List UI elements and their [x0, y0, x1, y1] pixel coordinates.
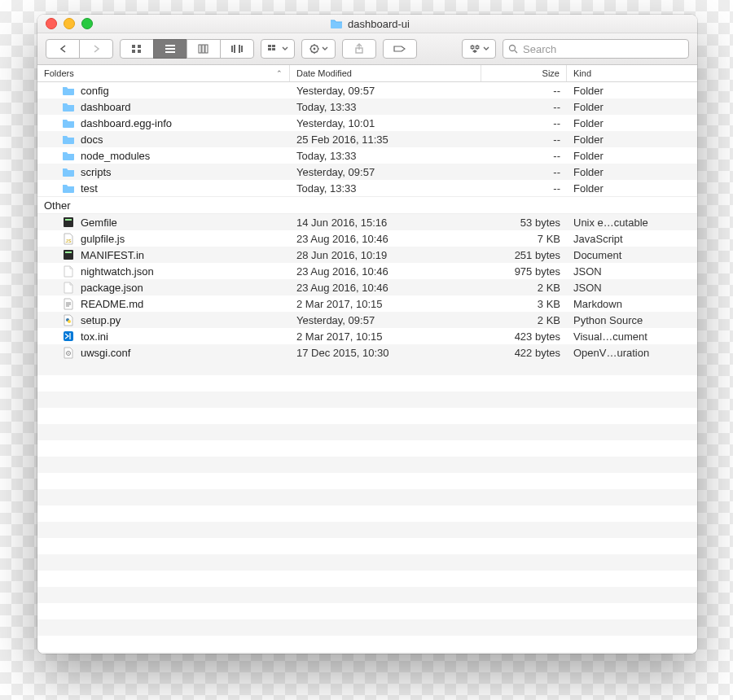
- svg-point-16: [313, 48, 315, 50]
- file-size: 2 KB: [481, 314, 567, 326]
- file-date: 23 Aug 2016, 10:46: [290, 233, 481, 245]
- file-row[interactable]: package.json23 Aug 2016, 10:462 KBJSON: [37, 279, 697, 295]
- action-button[interactable]: [301, 39, 336, 59]
- file-date: Today, 13:33: [290, 182, 481, 195]
- file-size: 423 bytes: [481, 330, 567, 343]
- file-row[interactable]: node_modulesToday, 13:33--Folder: [37, 147, 697, 164]
- file-name: tox.ini: [81, 330, 108, 343]
- svg-rect-12: [272, 45, 275, 47]
- file-name: dashboard.egg-info: [81, 117, 172, 129]
- blank-icon: [62, 265, 75, 278]
- titlebar[interactable]: dashboard-ui: [37, 15, 697, 33]
- file-size: 2 KB: [481, 282, 567, 294]
- file-area: configYesterday, 09:57--FolderdashboardT…: [37, 82, 697, 654]
- file-name: scripts: [81, 166, 112, 178]
- file-name: node_modules: [81, 150, 150, 162]
- file-row[interactable]: dashboard.egg-infoYesterday, 10:01--Fold…: [37, 115, 697, 131]
- column-headers: Folders⌃ Date Modified Size Kind: [37, 65, 697, 82]
- svg-rect-23: [65, 252, 72, 253]
- file-kind: JSON: [567, 265, 697, 278]
- blank-icon: [62, 281, 75, 294]
- svg-rect-4: [199, 45, 201, 53]
- svg-rect-22: [64, 250, 73, 260]
- file-date: Yesterday, 09:57: [290, 166, 481, 178]
- svg-rect-5: [202, 45, 204, 53]
- file-name: config: [81, 85, 109, 97]
- window-title: dashboard-ui: [93, 18, 647, 30]
- file-size: --: [481, 166, 567, 178]
- folder-icon: [62, 149, 75, 162]
- file-row[interactable]: scriptsYesterday, 09:57--Folder: [37, 164, 697, 180]
- arrange-button[interactable]: [261, 39, 295, 59]
- tags-button[interactable]: [383, 39, 417, 59]
- search-input[interactable]: [523, 43, 683, 55]
- dropbox-button[interactable]: [462, 39, 496, 59]
- window-controls: [46, 18, 93, 29]
- file-row[interactable]: MANIFEST.in28 Jun 2016, 10:19251 bytesDo…: [37, 247, 697, 263]
- column-header-date[interactable]: Date Modified: [290, 65, 481, 81]
- file-row[interactable]: dashboardToday, 13:33--Folder: [37, 98, 697, 115]
- file-date: Yesterday, 09:57: [290, 85, 481, 97]
- folder-icon: [62, 84, 75, 97]
- file-name: nightwatch.json: [81, 265, 154, 278]
- svg-rect-9: [241, 46, 243, 52]
- column-header-name[interactable]: Folders⌃: [37, 65, 290, 81]
- file-row[interactable]: testToday, 13:33--Folder: [37, 180, 697, 196]
- folder-icon: [330, 18, 343, 29]
- file-row[interactable]: docs25 Feb 2016, 11:35--Folder: [37, 131, 697, 147]
- file-size: 422 bytes: [481, 347, 567, 359]
- file-date: Today, 13:33: [290, 101, 481, 113]
- file-date: 23 Aug 2016, 10:46: [290, 282, 481, 294]
- svg-rect-6: [205, 45, 208, 53]
- file-name: setup.py: [81, 314, 121, 326]
- column-view-button[interactable]: [187, 39, 221, 59]
- file-row[interactable]: nightwatch.json23 Aug 2016, 10:46975 byt…: [37, 263, 697, 279]
- svg-rect-13: [268, 48, 271, 50]
- svg-rect-0: [132, 45, 135, 48]
- file-size: 3 KB: [481, 298, 567, 310]
- file-date: 23 Aug 2016, 10:46: [290, 265, 481, 278]
- file-row[interactable]: configYesterday, 09:57--Folder: [37, 82, 697, 98]
- file-row[interactable]: JSgulpfile.js23 Aug 2016, 10:467 KBJavaS…: [37, 230, 697, 247]
- file-kind: Folder: [567, 150, 697, 162]
- forward-button[interactable]: [79, 39, 113, 59]
- share-button[interactable]: [342, 39, 376, 59]
- exec-icon: [62, 216, 75, 229]
- file-kind: Folder: [567, 182, 697, 195]
- close-window-icon[interactable]: [46, 18, 57, 29]
- file-row[interactable]: uwsgi.conf17 Dec 2015, 10:30422 bytesOpe…: [37, 344, 697, 361]
- toolbar: [37, 33, 697, 65]
- file-size: --: [481, 85, 567, 97]
- conf-icon: [62, 346, 75, 359]
- file-row[interactable]: Gemfile14 Jun 2016, 15:1653 bytesUnix e……: [37, 214, 697, 230]
- file-row[interactable]: setup.pyYesterday, 09:572 KBPython Sourc…: [37, 312, 697, 328]
- file-date: 17 Dec 2015, 10:30: [290, 347, 481, 359]
- file-size: --: [481, 150, 567, 162]
- file-date: 2 Mar 2017, 10:15: [290, 298, 481, 310]
- file-size: 251 bytes: [481, 249, 567, 261]
- file-name: MANIFEST.in: [81, 249, 144, 261]
- file-row[interactable]: README.md2 Mar 2017, 10:153 KBMarkdown: [37, 295, 697, 312]
- nav-buttons: [46, 39, 113, 59]
- zoom-window-icon[interactable]: [81, 18, 93, 29]
- icon-view-button[interactable]: [120, 39, 154, 59]
- svg-rect-3: [138, 50, 141, 53]
- search-field[interactable]: [503, 39, 689, 59]
- list-view-button[interactable]: [153, 39, 187, 59]
- file-kind: Folder: [567, 133, 697, 146]
- column-header-kind[interactable]: Kind: [567, 65, 697, 81]
- file-row[interactable]: tox.ini2 Mar 2017, 10:15423 bytesVisual……: [37, 328, 697, 344]
- column-header-size[interactable]: Size: [481, 65, 567, 81]
- minimize-window-icon[interactable]: [64, 18, 75, 29]
- file-name: Gemfile: [81, 217, 117, 229]
- file-name: uwsgi.conf: [81, 347, 130, 359]
- file-kind: Markdown: [567, 298, 697, 310]
- file-kind: Folder: [567, 85, 697, 97]
- file-kind: Folder: [567, 166, 697, 178]
- back-button[interactable]: [46, 39, 80, 59]
- folder-icon: [62, 165, 75, 178]
- coverflow-view-button[interactable]: [220, 39, 254, 59]
- svg-rect-14: [272, 48, 275, 50]
- svg-point-25: [68, 320, 71, 323]
- js-icon: JS: [62, 232, 75, 245]
